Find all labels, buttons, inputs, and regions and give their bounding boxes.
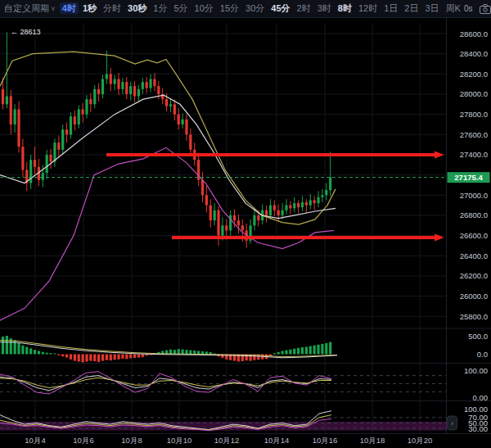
screenshot-camera-icon[interactable] [480, 3, 491, 15]
period-item-1分[interactable]: 1分 [151, 2, 169, 14]
period-items: 4时1秒分时30秒1分5分10分15分30分45分2时3时8时12时1日2日3日… [59, 2, 464, 15]
price-axis-label: 27400.0 [460, 150, 488, 159]
time-axis-label: 10月6 [73, 436, 93, 445]
period-item-1秒[interactable]: 1秒 [80, 2, 99, 14]
time-axis-label: 10月18 [360, 436, 385, 445]
last-price-label: 27175.4 [454, 173, 483, 182]
panel2-axis-label: 500.0 [468, 332, 488, 341]
period-item-2时[interactable]: 2时 [295, 2, 313, 14]
period-item-1日[interactable]: 1日 [381, 2, 400, 14]
price-axis-label: 28000.0 [460, 89, 488, 98]
high-price-annotation: ← 28613 [11, 28, 41, 36]
trend-arrow-line[interactable] [172, 236, 436, 239]
period-item-2日[interactable]: 2日 [402, 2, 421, 14]
panel3-axis-label: 0.00 [473, 393, 489, 402]
period-item-3时[interactable]: 3时 [315, 2, 334, 14]
period-toolbar: 自定义周期 ∨ 4时1秒分时30秒1分5分10分15分30分45分2时3时8时1… [0, 2, 464, 15]
chevron-right-icon: › [451, 419, 453, 428]
price-axis-label: 26200.0 [460, 271, 488, 280]
price-axis-label: 26000.0 [460, 292, 488, 301]
period-item-周K[interactable]: 周K [444, 2, 463, 14]
period-item-30秒[interactable]: 30秒 [125, 2, 149, 14]
time-axis-label: 10月8 [121, 436, 142, 445]
period-item-8时[interactable]: 8时 [336, 2, 354, 14]
boll-lower [0, 147, 334, 320]
boll-upper [0, 52, 336, 224]
trading-app-window: 自定义周期 ∨ 4时1秒分时30秒1分5分10分15分30分45分2时3时8时1… [0, 0, 491, 448]
panel2-axis-label: 0.0 [477, 350, 488, 359]
custom-period-dropdown[interactable]: 自定义周期 ∨ [4, 2, 56, 15]
time-axis-label: 10月10 [167, 436, 192, 445]
price-axis-label: 26800.0 [460, 210, 488, 219]
arrow-head-icon [435, 151, 444, 158]
time-axis-label: 10月14 [264, 436, 290, 445]
panel4-axis-label: 30.00 [468, 424, 488, 433]
price-axis-label: 27800.0 [460, 110, 488, 119]
period-item-15分[interactable]: 15分 [218, 2, 241, 14]
price-axis-label: 26400.0 [460, 251, 488, 260]
arrow-head-icon [435, 234, 444, 242]
period-item-4时[interactable]: 4时 [60, 2, 79, 14]
price-axis-label: 26600.0 [460, 231, 488, 240]
period-item-3日[interactable]: 3日 [422, 2, 441, 14]
period-item-5分[interactable]: 5分 [171, 2, 190, 14]
price-axis-label: 28600.0 [460, 29, 488, 38]
time-axis-label: 10月20 [408, 436, 433, 445]
time-axis-label: 10月12 [214, 436, 240, 445]
price-axis-label: 27600.0 [460, 130, 488, 139]
custom-period-label: 自定义周期 [4, 2, 49, 15]
price-axis-label: 28400.0 [460, 49, 488, 58]
period-item-45分[interactable]: 45分 [268, 2, 292, 14]
chart-canvas[interactable]: 10月410月610月810月1010月1210月1410月1610月1810月… [0, 18, 491, 448]
chevron-down-icon: ∨ [51, 5, 56, 12]
countdown-timer: 0s [464, 4, 473, 13]
period-item-30分[interactable]: 30分 [243, 2, 267, 14]
price-axis-label: 27000.0 [460, 191, 488, 200]
period-item-分时[interactable]: 分时 [101, 2, 124, 14]
time-axis-label: 10月16 [313, 436, 338, 445]
price-axis-label: 28200.0 [460, 70, 488, 79]
time-axis-label: 10月4 [25, 436, 45, 445]
chart-toolbar: 自定义周期 ∨ 4时1秒分时30秒1分5分10分15分30分45分2时3时8时1… [0, 0, 491, 18]
period-item-10分[interactable]: 10分 [192, 2, 216, 14]
trend-arrow-line[interactable] [106, 153, 436, 156]
panel3-axis-label: 100.00 [464, 366, 488, 375]
period-item-12时[interactable]: 12时 [356, 2, 380, 14]
price-axis-label: 25800.0 [460, 312, 488, 321]
